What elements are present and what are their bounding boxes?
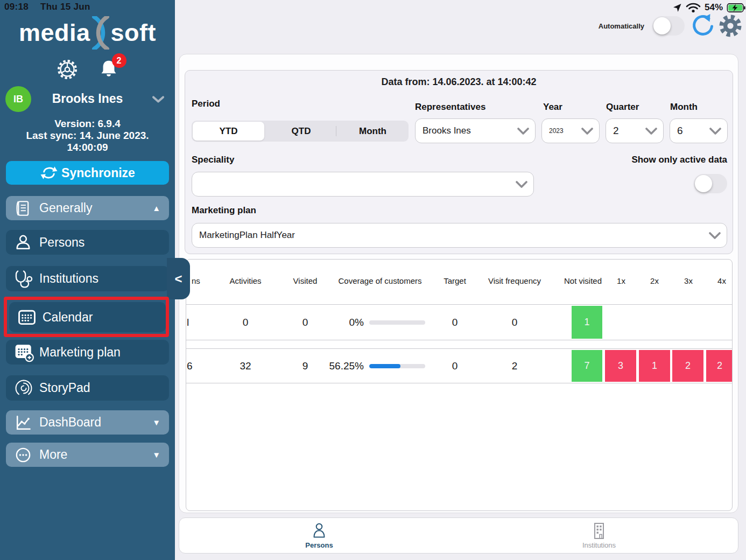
sidebar-item-label: Calendar: [43, 310, 93, 325]
sidebar-item-dashboard[interactable]: DashBoard ▼: [6, 410, 169, 435]
person-icon: [13, 232, 39, 253]
column-header-coverage: Coverage of customers: [332, 274, 428, 289]
collapse-chevron: <: [174, 271, 182, 286]
tab-institutions[interactable]: Institutions: [561, 518, 637, 553]
chevron-down-icon: [709, 232, 721, 240]
sidebar: 09:18Thu 15 Jun media soft 2 IB Brooks I…: [0, 0, 175, 560]
sidebar-item-label: More: [39, 447, 67, 462]
sidebar-item-more[interactable]: More ▼: [6, 443, 169, 467]
journal-icon: [13, 198, 39, 219]
row-name: l: [187, 305, 202, 340]
table-row[interactable]: l 0 0 0% 0 0 1: [186, 304, 732, 340]
battery-icon: [727, 3, 746, 12]
month-value: 6: [677, 125, 683, 137]
row-activities: 32: [213, 349, 278, 383]
period-month-segment[interactable]: Month: [337, 121, 409, 142]
marketing-plan-dropdown[interactable]: MarketingPlan HalfYear: [192, 223, 727, 248]
calendar-plus-icon: [13, 341, 39, 363]
row-activities: 0: [213, 305, 278, 340]
column-header-2x: 2x: [644, 274, 665, 289]
synchronize-button[interactable]: Synchronize: [6, 161, 169, 185]
row-name: 6: [187, 349, 202, 383]
sidebar-item-label: Institutions: [39, 271, 98, 286]
show-active-toggle[interactable]: [694, 174, 727, 193]
sidebar-item-generally[interactable]: Generally ▲: [6, 196, 169, 220]
sidebar-item-label: StoryPad: [39, 381, 90, 395]
row-coverage: 56.25%: [315, 349, 364, 383]
version-line: Version: 6.9.4: [0, 118, 175, 130]
visit-2x-cell: 1: [639, 350, 670, 382]
status-time-date: 09:18Thu 15 Jun: [4, 2, 90, 12]
coverage-progress-fill: [369, 364, 400, 368]
representatives-value: Brooks Ines: [423, 125, 471, 136]
column-header-target: Target: [423, 274, 487, 289]
wifi-icon: [686, 2, 701, 13]
chart-icon: [13, 413, 39, 432]
chevron-up-icon: ▲: [152, 204, 160, 213]
tab-persons[interactable]: Persons: [281, 518, 357, 553]
notification-badge: 2: [112, 53, 126, 68]
toggle-knob: [695, 175, 712, 192]
row-visit-frequency: 0: [482, 305, 547, 340]
sidebar-item-calendar[interactable]: Calendar: [9, 302, 166, 332]
logo-x-icon: [89, 16, 112, 50]
marketing-plan-label: Marketing plan: [192, 205, 256, 216]
status-date: Thu 15 Jun: [40, 2, 90, 12]
sidebar-collapse-handle[interactable]: <: [167, 258, 190, 299]
quarter-label: Quarter: [606, 102, 639, 113]
speciality-label: Speciality: [192, 155, 234, 165]
main-panel: Data from: 14.06.2023. at 14:00:42 Perio…: [179, 54, 738, 513]
results-table: ns Activities Visited Coverage of custom…: [186, 259, 733, 511]
sidebar-item-label: Persons: [39, 235, 85, 250]
segment-divider: [336, 126, 336, 136]
location-icon: [673, 3, 682, 12]
show-active-label: Show only active data: [566, 155, 727, 165]
chevron-down-icon: ▼: [152, 418, 160, 427]
sidebar-item-institutions[interactable]: Institutions: [6, 266, 169, 291]
settings-gear-icon[interactable]: [718, 13, 743, 39]
year-dropdown[interactable]: 2023: [541, 118, 600, 143]
row-visit-frequency: 2: [482, 349, 547, 383]
visit-4x-cell: 2: [706, 350, 733, 382]
visit-3x-cell: 2: [672, 350, 703, 382]
month-dropdown[interactable]: 6: [670, 118, 728, 143]
version-info: Version: 6.9.4 Last sync: 14. June 2023.…: [0, 118, 175, 153]
chevron-down-icon: [517, 128, 529, 135]
filter-panel: Data from: 14.06.2023. at 14:00:42 Perio…: [185, 70, 733, 254]
marketing-plan-value: MarketingPlan HalfYear: [199, 230, 295, 241]
column-header-visit-frequency: Visit frequency: [482, 274, 547, 289]
sidebar-item-persons[interactable]: Persons: [6, 230, 169, 255]
stethoscope-icon: [13, 268, 39, 290]
logo-text-left: media: [19, 19, 90, 47]
sidebar-item-storypad[interactable]: StoryPad: [6, 375, 169, 401]
column-header-activities: Activities: [213, 274, 278, 289]
chevron-down-icon: [709, 128, 721, 135]
last-sync-time: 14:00:09: [0, 142, 175, 153]
month-label: Month: [670, 102, 698, 113]
year-value: 2023: [549, 127, 564, 135]
tab-institutions-label: Institutions: [582, 541, 616, 549]
status-icons: 54%: [673, 2, 746, 13]
gear-icon[interactable]: [57, 59, 78, 80]
logo-text-right: soft: [111, 19, 157, 47]
ellipsis-circle-icon: [13, 445, 39, 465]
user-name: Brooks Ines: [0, 92, 175, 106]
table-row[interactable]: 6 32 9 56.25% 0 2 7 3 1 2 2: [186, 348, 732, 383]
automatically-toggle[interactable]: [652, 16, 685, 36]
chevron-down-icon[interactable]: [151, 94, 165, 104]
row-coverage: 0%: [315, 305, 364, 340]
year-label: Year: [543, 102, 562, 113]
status-time: 09:18: [4, 2, 29, 12]
sidebar-item-label: Marketing plan: [39, 345, 121, 360]
quarter-dropdown[interactable]: 2: [606, 118, 664, 143]
representatives-dropdown[interactable]: Brooks Ines: [415, 118, 536, 143]
sidebar-item-label: Generally: [39, 201, 92, 215]
sidebar-item-marketing-plan[interactable]: Marketing plan: [6, 340, 169, 365]
calendar-icon: [17, 307, 43, 327]
speciality-dropdown[interactable]: [192, 172, 534, 197]
period-qtd-segment[interactable]: QTD: [265, 121, 337, 142]
refresh-icon[interactable]: [691, 13, 715, 39]
row-target: 0: [423, 305, 487, 340]
period-ytd-segment[interactable]: YTD: [193, 122, 264, 141]
chevron-down-icon: [645, 128, 657, 135]
